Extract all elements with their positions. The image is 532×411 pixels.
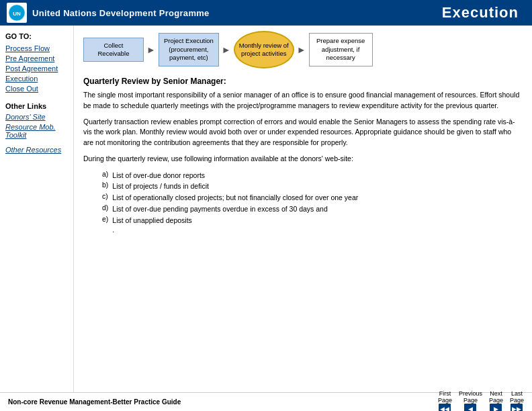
prev-page-label2: Page <box>463 397 478 404</box>
sidebar-item-close-out[interactable]: Close Out <box>5 85 68 93</box>
footer-first-page[interactable]: First Page ◀◀ <box>438 390 452 412</box>
list-item: a) List of over-due donor reports <box>102 170 358 181</box>
last-page-label: Last <box>511 390 523 397</box>
header-logo: UN United Nations Development Programme <box>7 3 210 23</box>
list-text-a: List of over-due donor reports <box>112 170 358 181</box>
sidebar-donors-site[interactable]: Donors' Site <box>5 113 68 121</box>
list-item: c) List of operationally closed projects… <box>102 192 358 203</box>
list-key-b: b) <box>102 181 112 192</box>
sidebar-other-resources[interactable]: Other Resources <box>5 146 68 154</box>
list-item: b) List of projects / funds in deficit <box>102 181 358 192</box>
last-page-btn[interactable]: ▶▶ <box>511 404 523 412</box>
sidebar: GO TO: Process Flow Pre Agreement Post A… <box>0 26 74 392</box>
first-page-label: First <box>439 390 451 397</box>
sidebar-nav: Process Flow Pre Agreement Post Agreemen… <box>5 44 68 93</box>
list-text-b: List of projects / funds in deficit <box>112 181 358 192</box>
footer-previous-page[interactable]: Previous Page ◀ <box>459 390 482 412</box>
content-para1: The single most important responsibility… <box>83 90 523 111</box>
footer-next-page[interactable]: Next Page ▶ <box>489 390 503 412</box>
pf-step-monthly-review: Monthly review of project activities <box>234 31 294 68</box>
pf-arrow-1: ► <box>146 44 156 55</box>
sidebar-item-process-flow[interactable]: Process Flow <box>5 44 68 52</box>
next-page-btn[interactable]: ▶ <box>490 404 502 412</box>
process-flow-bar: Collect Receivable ► Project Execution (… <box>83 31 523 68</box>
sidebar-item-pre-agreement[interactable]: Pre Agreement <box>5 54 68 62</box>
pf-arrow-3: ► <box>297 44 306 55</box>
pf-arrow-2: ► <box>222 44 231 55</box>
list-key-a: a) <box>102 170 112 181</box>
pf-step-prepare-expense: Prepare expense adjustment, if necessary <box>309 33 373 66</box>
list-text-d: List of over-due pending payments overdu… <box>112 203 358 215</box>
section-title: Quarterly Review by Senior Manager: <box>83 77 523 86</box>
list-item: e) List of unapplied deposits <box>102 215 358 226</box>
first-page-btn[interactable]: ◀◀ <box>439 404 451 412</box>
footer: Non-core Revenue Management-Better Pract… <box>0 392 532 411</box>
content-area: Collect Receivable ► Project Execution (… <box>74 26 532 392</box>
sidebar-item-post-agreement[interactable]: Post Agreement <box>5 64 68 73</box>
list-item-dot: . <box>102 226 358 234</box>
content-para3: During the quarterly review, use followi… <box>83 154 523 165</box>
goto-label: GO TO: <box>5 32 68 40</box>
footer-navigation: First Page ◀◀ Previous Page ◀ Next Page … <box>438 390 524 412</box>
pf-step-collect: Collect Receivable <box>83 38 144 62</box>
main-layout: GO TO: Process Flow Pre Agreement Post A… <box>0 26 532 392</box>
next-page-label: Next <box>490 390 502 397</box>
header: UN United Nations Development Programme … <box>0 0 532 26</box>
first-page-label2: Page <box>438 397 452 404</box>
other-links-title: Other Links <box>5 102 68 110</box>
prev-page-label: Previous <box>459 390 482 397</box>
undp-emblem: UN <box>7 3 27 23</box>
next-page-label2: Page <box>489 397 503 404</box>
sidebar-resource-mob[interactable]: Resource Mob. Toolkit <box>5 123 68 139</box>
last-page-label2: Page <box>510 397 524 404</box>
svg-text:UN: UN <box>13 11 21 17</box>
footer-last-page[interactable]: Last Page ▶▶ <box>510 390 524 412</box>
list-key-d: d) <box>102 203 112 215</box>
list-text-e: List of unapplied deposits <box>112 215 358 226</box>
page-title: Execution <box>442 4 525 21</box>
list-text-c: List of operationally closed projects; b… <box>112 192 358 203</box>
org-name: United Nations Development Programme <box>32 8 210 18</box>
prev-page-btn[interactable]: ◀ <box>464 404 476 412</box>
pf-step-execution: Project Execution (procurement, payment,… <box>159 33 219 66</box>
list-key-c: c) <box>102 192 112 203</box>
footer-guide-title: Non-core Revenue Management-Better Pract… <box>8 398 181 406</box>
content-para2: Quarterly transaction review enables pro… <box>83 117 523 148</box>
content-list: a) List of over-due donor reports b) Lis… <box>102 170 523 234</box>
sidebar-item-execution[interactable]: Execution <box>5 75 68 83</box>
list-key-e: e) <box>102 215 112 226</box>
list-item: d) List of over-due pending payments ove… <box>102 203 358 215</box>
list-table: a) List of over-due donor reports b) Lis… <box>102 170 358 234</box>
